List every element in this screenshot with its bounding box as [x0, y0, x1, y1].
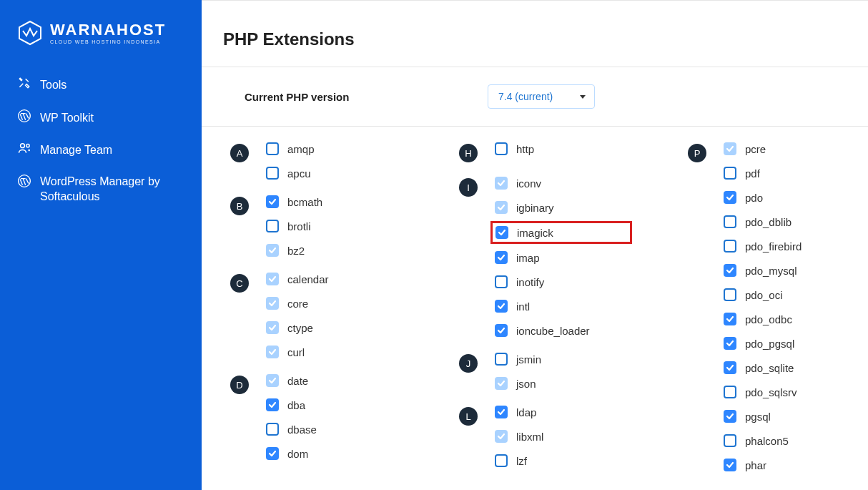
- extension-calendar[interactable]: calendar: [262, 270, 333, 288]
- extension-igbinary[interactable]: igbinary: [490, 198, 628, 217]
- checkbox-unchecked-icon[interactable]: [724, 240, 736, 253]
- extension-label: igbinary: [516, 202, 554, 214]
- checkbox-unchecked-icon[interactable]: [266, 220, 279, 232]
- checkbox-unchecked-icon[interactable]: [724, 386, 736, 398]
- checkbox-unchecked-icon[interactable]: [266, 142, 279, 155]
- extension-http[interactable]: http: [490, 139, 538, 158]
- extension-label: phar: [745, 459, 766, 471]
- checkbox-checked-icon[interactable]: [495, 300, 508, 313]
- checkbox-checked-icon[interactable]: [495, 251, 508, 264]
- extension-pgsql[interactable]: pgsql: [719, 407, 806, 426]
- php-version-selected: 7.4 (current): [498, 91, 553, 102]
- php-version-select[interactable]: 7.4 (current): [488, 84, 595, 109]
- checkbox-checked-icon[interactable]: [724, 459, 736, 471]
- extension-json[interactable]: json: [490, 374, 546, 393]
- checkbox-unchecked-icon[interactable]: [495, 353, 508, 366]
- checkbox-checked-icon[interactable]: [495, 226, 508, 239]
- extension-label: dba: [287, 399, 305, 411]
- checkbox-checked-icon[interactable]: [724, 337, 736, 350]
- letter-group-d: Ddatedbadbasedom: [230, 373, 430, 461]
- extension-amqp[interactable]: amqp: [262, 139, 319, 158]
- extension-pdo[interactable]: pdo: [719, 188, 806, 207]
- extension-pdo-mysql[interactable]: pdo_mysql: [719, 261, 806, 280]
- extension-libxml[interactable]: libxml: [490, 427, 548, 446]
- wordpress-icon: [17, 109, 31, 127]
- sidebar-item-wordpress-manager-by-softaculous[interactable]: WordPress Manager by Softaculous: [0, 167, 202, 212]
- checkbox-checked-icon[interactable]: [266, 398, 279, 411]
- extension-label: json: [516, 378, 536, 390]
- extension-pdo-oci[interactable]: pdo_oci: [719, 285, 806, 304]
- checkbox-unchecked-icon[interactable]: [724, 167, 736, 180]
- extension-phar[interactable]: phar: [719, 456, 806, 474]
- checkbox-unchecked-icon[interactable]: [724, 215, 736, 228]
- extension-pdo-odbc[interactable]: pdo_odbc: [719, 310, 806, 328]
- extension-pcre[interactable]: pcre: [719, 139, 806, 158]
- checkbox-checked-icon[interactable]: [266, 447, 279, 460]
- extension-bz2[interactable]: bz2: [262, 241, 327, 260]
- sidebar-item-wp-toolkit[interactable]: WP Toolkit: [0, 102, 202, 134]
- checkbox-unchecked-icon[interactable]: [724, 288, 736, 301]
- checkbox-checked-icon[interactable]: [266, 195, 279, 208]
- sidebar-item-tools[interactable]: Tools: [0, 69, 202, 102]
- extension-ldap[interactable]: ldap: [490, 403, 548, 421]
- extension-pdo-sqlite[interactable]: pdo_sqlite: [719, 358, 806, 377]
- extension-label: date: [287, 375, 308, 387]
- checkbox-locked-icon: [495, 177, 508, 190]
- extension-date[interactable]: date: [262, 371, 321, 390]
- extension-pdo-pgsql[interactable]: pdo_pgsql: [719, 334, 806, 353]
- extension-pdo-firebird[interactable]: pdo_firebird: [719, 237, 806, 255]
- checkbox-unchecked-icon[interactable]: [495, 142, 508, 155]
- checkbox-locked-icon: [266, 273, 279, 285]
- extension-intl[interactable]: intl: [490, 297, 628, 315]
- sidebar-item-manage-team[interactable]: Manage Team: [0, 134, 202, 167]
- extension-pdo-sqlsrv[interactable]: pdo_sqlsrv: [719, 383, 806, 401]
- extension-brotli[interactable]: brotli: [262, 217, 327, 235]
- checkbox-checked-icon[interactable]: [724, 361, 736, 374]
- extension-lzf[interactable]: lzf: [490, 451, 548, 470]
- team-icon: [17, 141, 31, 160]
- extension-apcu[interactable]: apcu: [262, 164, 319, 182]
- extension-label: pcre: [745, 143, 766, 155]
- extension-jsmin[interactable]: jsmin: [490, 350, 546, 368]
- extension-core[interactable]: core: [262, 294, 333, 313]
- checkbox-locked-icon: [495, 201, 508, 214]
- page-title: PHP Extensions: [202, 22, 868, 67]
- extension-pdf[interactable]: pdf: [719, 164, 806, 182]
- extension-ioncube-loader[interactable]: ioncube_loader: [490, 321, 628, 340]
- checkbox-checked-icon[interactable]: [724, 313, 736, 325]
- checkbox-unchecked-icon[interactable]: [266, 167, 279, 180]
- extension-label: phalcon5: [745, 435, 789, 447]
- sidebar-item-label: WordPress Manager by Softaculous: [40, 174, 184, 205]
- letter-badge: C: [230, 274, 249, 293]
- extension-label: ioncube_loader: [516, 325, 590, 337]
- letter-group-a: Aamqpapcu: [230, 141, 430, 181]
- checkbox-checked-icon[interactable]: [495, 324, 508, 337]
- checkbox-locked-icon: [266, 244, 279, 257]
- extension-imap[interactable]: imap: [490, 248, 628, 267]
- checkbox-checked-icon[interactable]: [495, 406, 508, 418]
- extension-label: imap: [516, 252, 540, 264]
- chevron-down-icon: [580, 95, 586, 99]
- extension-iconv[interactable]: iconv: [490, 174, 628, 192]
- extension-dom[interactable]: dom: [262, 444, 321, 463]
- checkbox-checked-icon[interactable]: [724, 191, 736, 204]
- checkbox-unchecked-icon[interactable]: [495, 454, 508, 467]
- checkbox-unchecked-icon[interactable]: [724, 434, 736, 447]
- checkbox-checked-icon[interactable]: [724, 410, 736, 423]
- extension-bcmath[interactable]: bcmath: [262, 192, 327, 211]
- letter-badge: I: [459, 178, 478, 197]
- checkbox-unchecked-icon[interactable]: [495, 275, 508, 288]
- extension-curl[interactable]: curl: [262, 343, 333, 361]
- checkbox-unchecked-icon[interactable]: [266, 423, 279, 436]
- extension-ctype[interactable]: ctype: [262, 318, 333, 337]
- extension-pdo-dblib[interactable]: pdo_dblib: [719, 212, 806, 231]
- extension-dbase[interactable]: dbase: [262, 420, 321, 438]
- extension-imagick[interactable]: imagick: [490, 221, 632, 244]
- letter-badge: A: [230, 144, 249, 162]
- extension-dba[interactable]: dba: [262, 396, 321, 414]
- extension-phalcon5[interactable]: phalcon5: [719, 431, 806, 450]
- checkbox-checked-icon[interactable]: [724, 264, 736, 277]
- checkbox-locked-icon: [266, 346, 279, 358]
- extension-inotify[interactable]: inotify: [490, 273, 628, 291]
- letter-group-c: Ccalendarcorectypecurl: [230, 271, 430, 360]
